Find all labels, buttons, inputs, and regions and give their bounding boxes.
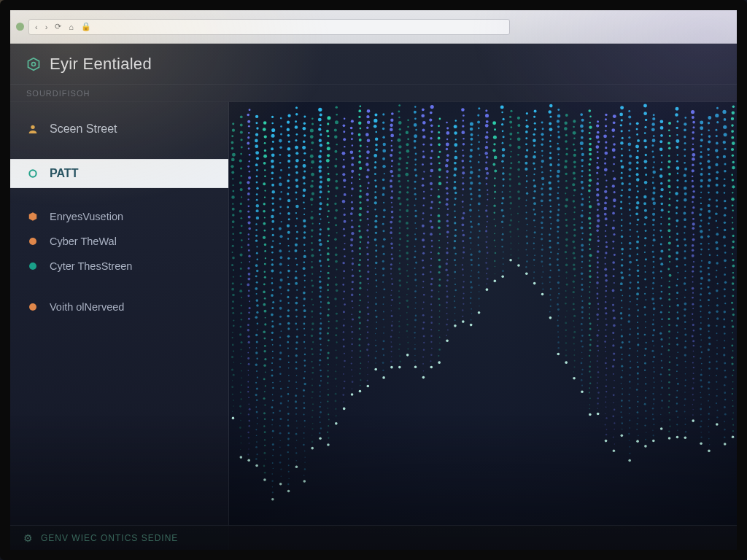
app-title: Eyir Eentialed xyxy=(50,55,152,74)
user-icon xyxy=(26,122,39,136)
browser-chrome: ‹ › ⟳ ⌂ 🔒 xyxy=(10,10,737,44)
sidebar-item-enryes-vusetion[interactable]: EnryesVusetion xyxy=(10,204,228,229)
hex-icon xyxy=(26,210,39,223)
sidebar-item-voith-olnerveed[interactable]: Voith olNerveed xyxy=(10,295,228,319)
browser-tab-indicator xyxy=(16,23,24,31)
sub-header: SOURDIFISOH xyxy=(10,85,737,102)
back-icon[interactable]: ‹ xyxy=(35,23,38,31)
sidebar: Sceen Street PATT EnryesVusetion xyxy=(10,102,229,550)
sidebar-item-label: EnryesVusetion xyxy=(50,211,123,222)
sidebar-gap xyxy=(10,188,228,204)
sidebar-item-label: PATT xyxy=(50,167,78,180)
sub-header-label: SOURDIFISOH xyxy=(26,89,90,98)
lock-icon: 🔒 xyxy=(81,22,91,31)
svg-point-1 xyxy=(32,62,36,66)
status-text: GENV WIEC ONTICS SEDINE xyxy=(41,533,178,543)
app-body: Sceen Street PATT EnryesVusetion xyxy=(10,102,737,550)
sidebar-item-label: Cyter ThesStreen xyxy=(50,260,132,272)
sidebar-item-screen-street[interactable]: Sceen Street xyxy=(10,115,228,143)
screen: ‹ › ⟳ ⌂ 🔒 Eyir Eentialed SOURDIFISOH xyxy=(10,10,737,550)
svg-marker-0 xyxy=(28,58,39,70)
sidebar-item-cyber-thewal[interactable]: Cyber TheWal xyxy=(10,229,228,254)
dot-orange-icon xyxy=(26,235,39,248)
sidebar-item-cyter-thes-streen[interactable]: Cyter ThesStreen xyxy=(10,254,228,279)
sidebar-item-patt[interactable]: PATT xyxy=(10,159,228,188)
svg-point-3 xyxy=(29,170,36,176)
svg-point-2 xyxy=(31,125,34,129)
sidebar-item-label: Cyber TheWal xyxy=(50,236,117,247)
app-logo-icon xyxy=(26,57,41,71)
dot-teal-icon xyxy=(26,260,39,273)
reload-icon[interactable]: ⟳ xyxy=(55,22,61,31)
address-bar[interactable]: ‹ › ⟳ ⌂ 🔒 xyxy=(28,19,510,35)
status-bar: ⚙ GENV WIEC ONTICS SEDINE xyxy=(10,525,737,550)
gear-icon[interactable]: ⚙ xyxy=(23,532,34,544)
sidebar-gap xyxy=(10,143,228,159)
dot-orange-icon xyxy=(26,300,39,314)
sidebar-gap xyxy=(10,279,228,295)
matrix-rain-visual xyxy=(229,102,737,550)
sidebar-item-label: Voith olNerveed xyxy=(50,301,124,313)
svg-marker-4 xyxy=(29,212,37,221)
home-icon[interactable]: ⌂ xyxy=(69,23,74,31)
sidebar-item-label: Sceen Street xyxy=(50,122,117,136)
app-titlebar: Eyir Eentialed xyxy=(10,44,737,85)
forward-icon[interactable]: › xyxy=(45,23,48,31)
main-panel xyxy=(229,102,737,550)
ring-icon xyxy=(26,167,39,180)
app-surface: Eyir Eentialed SOURDIFISOH Sceen Street xyxy=(10,44,737,550)
